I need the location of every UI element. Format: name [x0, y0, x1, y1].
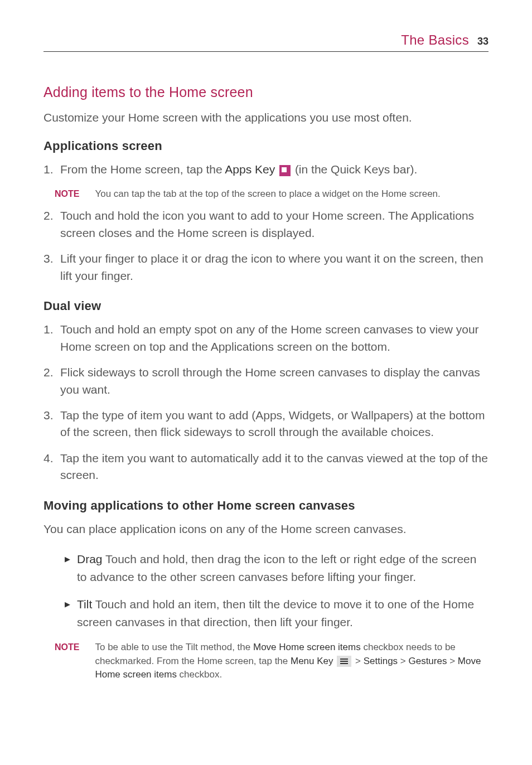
text-fragment: Lift your finger to place it or drag the… — [60, 252, 483, 282]
bold-text: Menu Key — [291, 656, 333, 666]
text-fragment: Touch and hold an item, then tilt the de… — [77, 598, 474, 628]
header-title: The Basics — [401, 32, 469, 48]
bold-text: Gestures — [408, 656, 447, 666]
list-number: 1. — [43, 321, 54, 338]
text-fragment: > — [398, 656, 408, 666]
text-fragment: (in the Quick Keys bar). — [292, 163, 417, 176]
list-number: 3. — [43, 407, 54, 424]
note-label: NOTE — [55, 641, 79, 682]
hamburger-menu-icon — [337, 656, 351, 667]
note-label: NOTE — [55, 187, 79, 201]
heading-dual-view: Dual view — [43, 299, 489, 313]
text-fragment: Flick sideways to scroll through the Hom… — [60, 366, 480, 395]
list-number: 2. — [43, 207, 54, 224]
text-fragment: Tap the type of item you want to add (Ap… — [60, 409, 485, 438]
triangle-bullet-icon: ▶ — [65, 599, 70, 610]
note-text: To be able to use the Tilt method, the M… — [95, 641, 489, 682]
list-item: 2. Touch and hold the icon you want to a… — [43, 207, 489, 241]
heading-adding-items: Adding items to the Home screen — [43, 84, 489, 100]
bullet-item-drag: ▶ Drag Touch and hold, then drag the ico… — [43, 550, 489, 585]
text-fragment: Touch and hold an empty spot on any of t… — [60, 323, 479, 352]
text-fragment: From the Home screen, tap the — [60, 163, 225, 176]
note-text: You can tap the tab at the top of the sc… — [95, 187, 489, 201]
intro-text: You can place application icons on any o… — [43, 521, 489, 537]
list-item: 4. Tap the item you want to automaticall… — [43, 450, 489, 484]
note-row: NOTE You can tap the tab at the top of t… — [43, 187, 489, 201]
list-number: 4. — [43, 450, 54, 467]
bold-text: Settings — [364, 656, 398, 666]
list-item: 2. Flick sideways to scroll through the … — [43, 364, 489, 398]
text-fragment: checkbox. — [177, 669, 222, 680]
heading-applications-screen: Applications screen — [43, 139, 489, 153]
text-fragment: > — [352, 656, 363, 666]
list-item: 1. Touch and hold an empty spot on any o… — [43, 321, 489, 355]
tilt-label: Tilt — [77, 598, 92, 611]
triangle-bullet-icon: ▶ — [65, 554, 70, 565]
heading-moving-apps: Moving applications to other Home screen… — [43, 498, 489, 513]
page-number: 33 — [477, 36, 489, 47]
list-number: 1. — [43, 161, 54, 178]
bold-text: Move Home screen items — [253, 642, 361, 652]
bullet-item-tilt: ▶ Tilt Touch and hold an item, then tilt… — [43, 595, 489, 631]
text-fragment: To be able to use the Tilt method, the — [95, 642, 253, 652]
intro-text: Customize your Home screen with the appl… — [43, 109, 489, 125]
list-number: 2. — [43, 364, 54, 381]
page-header: The Basics 33 — [43, 32, 489, 52]
drag-label: Drag — [77, 553, 103, 565]
apps-key-label: Apps Key — [225, 163, 275, 176]
list-item: 3. Lift your finger to place it or drag … — [43, 250, 489, 284]
text-fragment: Tap the item you want to automatically a… — [60, 452, 488, 481]
text-fragment: > — [447, 656, 457, 666]
text-fragment: Touch and hold the icon you want to add … — [60, 209, 474, 239]
text-fragment: Touch and hold, then drag the icon to th… — [77, 553, 476, 583]
note-row: NOTE To be able to use the Tilt method, … — [43, 641, 489, 682]
list-item: 1. From the Home screen, tap the Apps Ke… — [43, 161, 489, 178]
list-item: 3. Tap the type of item you want to add … — [43, 407, 489, 441]
apps-grid-icon — [279, 165, 291, 176]
list-number: 3. — [43, 250, 54, 267]
